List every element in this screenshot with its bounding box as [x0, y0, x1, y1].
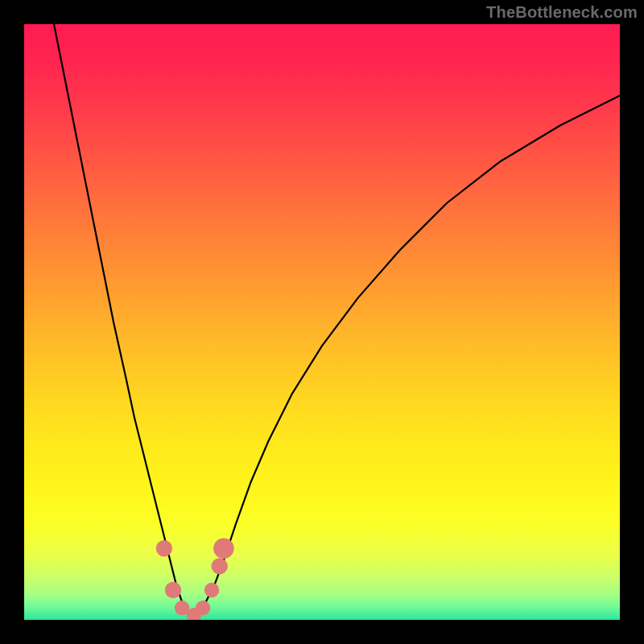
- chart-frame: TheBottleneck.com: [0, 0, 644, 644]
- curve-marker: [196, 601, 210, 615]
- marker-layer: [156, 538, 234, 620]
- curve-marker: [204, 583, 219, 597]
- bottleneck-curve: [54, 24, 620, 617]
- plot-area: [24, 24, 620, 620]
- watermark-label: TheBottleneck.com: [486, 3, 638, 22]
- curve-layer: [24, 24, 620, 620]
- curve-marker: [213, 538, 234, 559]
- curve-marker: [156, 540, 172, 556]
- curve-marker: [165, 582, 181, 598]
- curve-marker: [212, 558, 228, 574]
